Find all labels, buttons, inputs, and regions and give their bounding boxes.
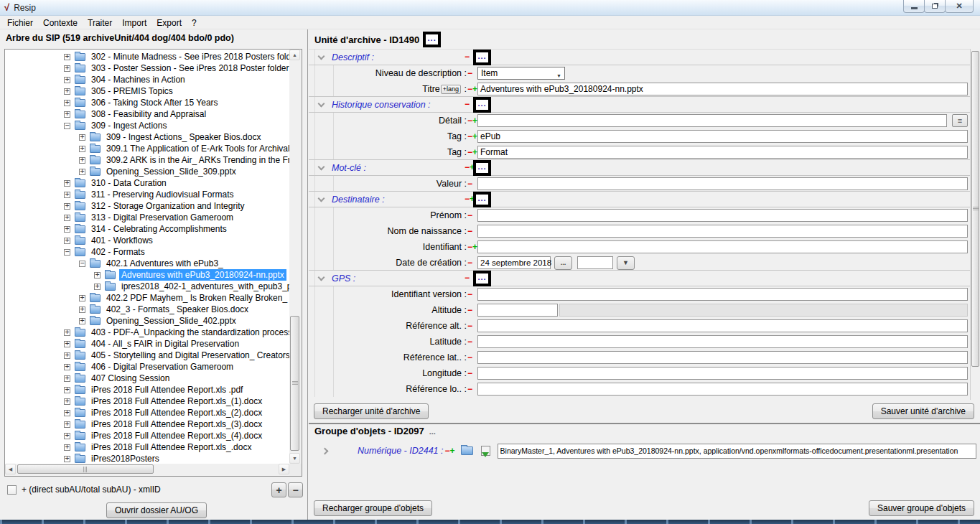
menu-traiter[interactable]: Traiter	[83, 17, 117, 29]
tree-item[interactable]: +312 - Storage Organization and Integrit…	[6, 200, 289, 212]
section-more-button-highlight[interactable]: ...	[473, 97, 491, 113]
expand-icon[interactable]: +	[64, 180, 70, 187]
expand-icon[interactable]: +	[79, 295, 85, 301]
section-more-button-highlight[interactable]: ...	[473, 192, 491, 207]
remove-icon[interactable]: −	[445, 446, 450, 455]
tree-item[interactable]: +302 - Minute Madness - See iPres 2018 P…	[6, 51, 289, 62]
expand-icon[interactable]: +	[64, 65, 70, 72]
time-input[interactable]	[577, 256, 613, 269]
collapse-icon[interactable]: −	[79, 261, 85, 267]
scroll-down-icon[interactable]: ▼	[289, 453, 300, 464]
save-unit-button[interactable]: Sauver unité d'archive	[872, 403, 974, 419]
text-input[interactable]	[477, 319, 968, 332]
export-object-icon[interactable]	[479, 446, 492, 457]
expand-icon[interactable]: +	[64, 433, 70, 439]
text-input[interactable]: Format	[477, 146, 968, 159]
collapse-icon[interactable]: −	[64, 249, 70, 256]
scroll-right-icon[interactable]: ▶	[279, 464, 289, 474]
text-input[interactable]	[477, 114, 947, 127]
chevron-down-icon[interactable]	[318, 52, 325, 60]
tree-item[interactable]: +ipres2018_402-1_adventures_with_epub3_p…	[6, 281, 289, 292]
tree-item[interactable]: +310 - Data Curation	[6, 177, 289, 189]
tree-vertical-scrollbar[interactable]: ▲ ▼	[289, 50, 302, 464]
tree-item[interactable]: +iPres 2018 Full Attendee Report.xls_(1)…	[6, 396, 289, 407]
remove-icon[interactable]: −	[467, 227, 472, 235]
tree-item[interactable]: +iPres2018Posters	[6, 453, 289, 464]
remove-icon[interactable]: −	[467, 290, 472, 299]
tree-item[interactable]: +iPres 2018 Full Attendee Report.xls_.do…	[6, 441, 289, 453]
tree-item[interactable]: −402.1 Adventures with ePub3_	[6, 258, 289, 269]
date-input[interactable]: 24 septembre 2018	[477, 256, 551, 269]
remove-icon[interactable]: −	[467, 322, 472, 330]
add-lang-button[interactable]: +lang	[441, 85, 461, 94]
tree-item[interactable]: +308 - Feasibility and Appraisal	[6, 108, 289, 120]
expand-all-button[interactable]: +	[271, 482, 286, 497]
tree-item[interactable]: +311 - Preserving Audiovisual Formats	[6, 189, 289, 200]
remove-icon[interactable]: −	[465, 273, 470, 282]
remove-icon[interactable]: −	[467, 353, 472, 362]
tree-item[interactable]: +407 Closing Session	[6, 373, 289, 384]
expand-icon[interactable]: +	[64, 238, 70, 244]
expand-icon[interactable]: +	[64, 364, 70, 370]
text-input[interactable]: Adventures with ePub3_20180924-nn.pptx	[477, 83, 968, 95]
tree-item[interactable]: +404 - All_s FAIR in Digital Preservatio…	[6, 338, 289, 350]
remove-icon[interactable]: −	[467, 211, 472, 220]
expand-icon[interactable]: +	[64, 352, 70, 359]
add-icon[interactable]: +	[450, 446, 455, 455]
tree-item[interactable]: −309 - Ingest Actions	[6, 120, 289, 131]
tree-item[interactable]: +iPres 2018 Full Attendee Report.xls_(4)…	[6, 430, 289, 441]
expand-icon[interactable]: +	[64, 100, 70, 106]
tree-item[interactable]: +305 - PREMIS Topics	[6, 85, 289, 97]
date-picker-button[interactable]: ...	[554, 256, 572, 270]
add-icon[interactable]: +	[472, 85, 477, 93]
remove-icon[interactable]: −	[467, 369, 472, 378]
expand-icon[interactable]: +	[64, 456, 70, 462]
expand-icon[interactable]: +	[79, 134, 85, 141]
group-more-button[interactable]: ...	[429, 427, 436, 436]
text-input[interactable]	[477, 383, 968, 396]
reload-unit-button[interactable]: Recharger unité d'archive	[314, 403, 429, 419]
section-more-button-highlight[interactable]: ...	[473, 50, 491, 65]
add-icon[interactable]: +	[472, 116, 477, 125]
remove-icon[interactable]: −	[467, 306, 472, 314]
expand-icon[interactable]: +	[64, 329, 70, 336]
expand-icon[interactable]: +	[64, 444, 70, 451]
object-description-field[interactable]: BinaryMaster_1, Adventures with ePub3_20…	[498, 444, 976, 459]
remove-icon[interactable]: −	[465, 195, 470, 203]
remove-icon[interactable]: −	[467, 148, 472, 156]
expand-icon[interactable]: +	[79, 307, 85, 313]
remove-icon[interactable]: −	[467, 179, 472, 188]
add-icon[interactable]: +	[472, 148, 477, 156]
tree-item[interactable]: +iPres 2018 Full Attendee Report.xls_(3)…	[6, 418, 289, 430]
open-folder-icon[interactable]	[461, 446, 473, 455]
tree-item[interactable]: +313 - Digital Preservation Gameroom	[6, 212, 289, 223]
form-scroll-thumb[interactable]	[971, 51, 979, 367]
expand-icon[interactable]: +	[64, 192, 70, 198]
tree-item[interactable]: +406 - Digital Preservation Gameroom	[6, 361, 289, 373]
chevron-down-icon[interactable]	[318, 163, 325, 170]
tree-item[interactable]: +405 - Storytelling and Digital Preserva…	[6, 350, 289, 361]
text-input[interactable]	[477, 288, 968, 301]
tree-item[interactable]: +314 - Celebrating Accomplishments	[6, 223, 289, 235]
remove-icon[interactable]: −	[467, 243, 472, 251]
chevron-down-icon[interactable]	[318, 195, 325, 202]
reload-group-button[interactable]: Recharger groupe d'objets	[314, 500, 432, 516]
title-bar[interactable]: √ Resip ✕	[0, 0, 980, 16]
restore-button[interactable]	[924, 0, 946, 13]
text-input[interactable]	[477, 335, 968, 348]
tree-item[interactable]: +iPres 2018 Full Attendee Report.xls_(2)…	[6, 407, 289, 418]
chevron-down-icon[interactable]	[318, 273, 325, 281]
date-dropdown-button[interactable]: ▼	[617, 256, 635, 270]
expand-icon[interactable]: +	[64, 410, 70, 416]
expand-icon[interactable]: +	[79, 157, 85, 164]
save-group-button[interactable]: Sauver groupe d'objets	[869, 500, 974, 516]
remove-icon[interactable]: −	[465, 163, 470, 172]
menu-help[interactable]: ?	[187, 17, 202, 29]
tree-horizontal-scrollbar[interactable]: ◀ ▶	[5, 464, 289, 476]
expand-icon[interactable]: +	[64, 203, 70, 210]
tree-item[interactable]: +Adventures with ePub3_20180924-nn.pptx	[6, 269, 289, 281]
tree-item[interactable]: +303 - Poster Session - See iPres 2018 P…	[6, 62, 289, 74]
section-more-button-highlight[interactable]: ...	[473, 271, 491, 286]
tree-item[interactable]: +Opening_Session_Slide_309.pptx	[6, 166, 289, 177]
expand-icon[interactable]: +	[64, 341, 70, 347]
